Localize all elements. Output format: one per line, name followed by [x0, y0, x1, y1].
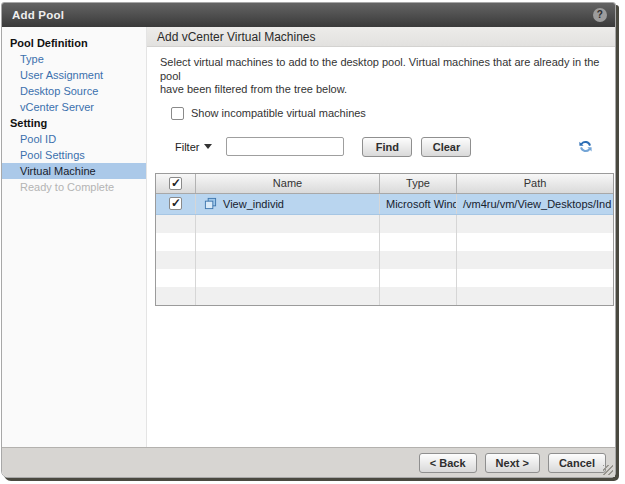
table-empty-row — [156, 215, 613, 233]
sidebar-item-vcenter-server[interactable]: vCenter Server — [2, 99, 146, 115]
virtual-machine-icon — [204, 197, 217, 210]
column-header-path[interactable]: Path — [457, 174, 613, 193]
row-checkbox[interactable] — [169, 197, 182, 210]
header-checkbox-cell — [156, 174, 196, 193]
table-empty-row — [156, 251, 613, 269]
table-empty-row — [156, 233, 613, 251]
sidebar-item-pool-settings[interactable]: Pool Settings — [2, 147, 146, 163]
column-header-type[interactable]: Type — [380, 174, 457, 193]
dialog-titlebar[interactable]: Add Pool ? — [2, 3, 615, 27]
dialog-title: Add Pool — [12, 9, 64, 21]
chevron-down-icon — [204, 144, 212, 149]
column-header-name[interactable]: Name — [196, 174, 380, 193]
step-title: Add vCenter Virtual Machines — [147, 27, 615, 47]
vm-name-text: View_individ — [223, 198, 284, 210]
table-empty-row — [156, 287, 613, 305]
sidebar-item-desktop-source[interactable]: Desktop Source — [2, 83, 146, 99]
row-checkbox-cell — [156, 194, 196, 214]
sidebar-item-ready-to-complete: Ready to Complete — [2, 179, 146, 195]
show-incompatible-checkbox[interactable] — [171, 107, 184, 120]
sidebar-item-pool-id[interactable]: Pool ID — [2, 131, 146, 147]
show-incompatible-row: Show incompatible virtual machines — [171, 107, 615, 120]
show-incompatible-label: Show incompatible virtual machines — [191, 107, 366, 119]
vm-table: Name Type Path — [155, 173, 614, 306]
filter-dropdown-label: Filter — [175, 141, 199, 153]
clear-button[interactable]: Clear — [421, 137, 471, 157]
filter-toolbar: Filter Find Clear — [175, 137, 601, 157]
filter-input[interactable] — [226, 137, 344, 156]
sidebar-section-pool-definition: Pool Definition — [2, 35, 146, 51]
sidebar-item-type[interactable]: Type — [2, 51, 146, 67]
sidebar-section-setting: Setting — [2, 115, 146, 131]
vm-table-header: Name Type Path — [156, 174, 613, 194]
resize-grip[interactable] — [603, 465, 613, 475]
sidebar-item-user-assignment[interactable]: User Assignment — [2, 67, 146, 83]
vm-path-cell: /vm4ru/vm/View_Desktops/Ind — [457, 194, 613, 214]
vm-name-cell: View_individ — [196, 194, 380, 214]
table-row-view-individ[interactable]: View_individ Microsoft Windo /vm4ru/vm/V… — [156, 194, 613, 215]
table-empty-row — [156, 269, 613, 287]
step-description: Select virtual machines to add to the de… — [160, 56, 603, 97]
help-icon[interactable]: ? — [593, 8, 607, 22]
wizard-step-content: Add vCenter Virtual Machines Select virt… — [147, 27, 615, 447]
add-pool-dialog: Add Pool ? Pool Definition Type User Ass… — [1, 2, 616, 478]
sidebar-item-virtual-machine[interactable]: Virtual Machine — [2, 163, 146, 179]
cancel-button[interactable]: Cancel — [548, 453, 606, 473]
screenshot-canvas: Add Pool ? Pool Definition Type User Ass… — [0, 0, 625, 484]
back-button[interactable]: < Back — [419, 453, 477, 473]
vm-type-cell: Microsoft Windo — [380, 194, 457, 214]
select-all-checkbox[interactable] — [169, 177, 182, 190]
step-title-text: Add vCenter Virtual Machines — [157, 30, 316, 44]
refresh-icon[interactable] — [578, 139, 593, 154]
find-button[interactable]: Find — [362, 137, 412, 157]
description-line-1: Select virtual machines to add to the de… — [160, 56, 599, 82]
dialog-body: Pool Definition Type User Assignment Des… — [2, 27, 615, 447]
description-line-2: have been filtered from the tree below. — [160, 83, 347, 95]
next-button[interactable]: Next > — [485, 453, 540, 473]
dialog-footer: < Back Next > Cancel — [2, 447, 615, 477]
wizard-steps-sidebar: Pool Definition Type User Assignment Des… — [2, 27, 147, 447]
filter-dropdown[interactable]: Filter — [175, 141, 212, 153]
